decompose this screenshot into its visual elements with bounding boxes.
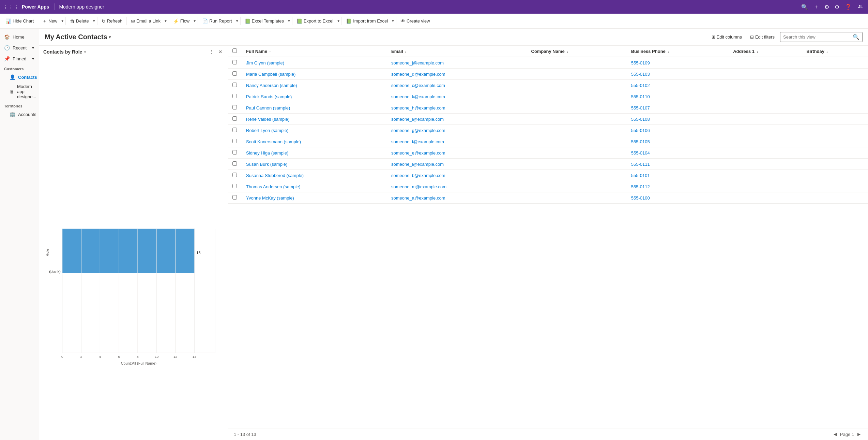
row-checkbox[interactable] [232, 94, 237, 98]
export-dropdown-arrow[interactable]: ▼ [337, 19, 340, 23]
row-checkbox-cell[interactable] [228, 102, 242, 114]
row-checkbox-cell[interactable] [228, 192, 242, 204]
business-phone-header[interactable]: Business Phone ↓ [627, 46, 729, 57]
row-name[interactable]: Maria Campbell (sample) [242, 69, 387, 80]
select-all-header[interactable] [228, 46, 242, 57]
row-checkbox[interactable] [232, 105, 237, 109]
refresh-button[interactable]: ↻ Refresh [99, 17, 125, 25]
company-name-header[interactable]: Company Name ↓ [527, 46, 627, 57]
row-email[interactable]: someone_h@example.com [387, 102, 527, 114]
row-checkbox[interactable] [232, 161, 237, 166]
user-avatar[interactable]: JL [856, 2, 865, 12]
row-checkbox[interactable] [232, 60, 237, 64]
row-name[interactable]: Patrick Sands (sample) [242, 91, 387, 102]
settings-nav-icon[interactable]: ⚙ [833, 2, 841, 12]
row-checkbox-cell[interactable] [228, 136, 242, 147]
row-name[interactable]: Nancy Anderson (sample) [242, 80, 387, 91]
row-checkbox[interactable] [232, 173, 237, 177]
row-email[interactable]: someone_l@example.com [387, 159, 527, 170]
grid-table-wrapper[interactable]: Full Name ↑ Email ↓ Company Name ↓ Busin… [228, 46, 868, 428]
row-email[interactable]: someone_m@example.com [387, 181, 527, 192]
sidebar-item-accounts[interactable]: 🏢 Accounts [0, 109, 39, 119]
flow-dropdown-arrow[interactable]: ▼ [193, 19, 196, 23]
sidebar-item-pinned[interactable]: 📌 Pinned ▼ [0, 53, 39, 64]
edit-filters-button[interactable]: ⊟ Edit filters [747, 33, 777, 41]
email-link-button[interactable]: ✉ Email a Link [128, 17, 163, 25]
email-dropdown-arrow[interactable]: ▼ [164, 19, 167, 23]
row-email[interactable]: someone_j@example.com [387, 57, 527, 69]
new-button[interactable]: ＋ New [40, 17, 60, 26]
row-checkbox-cell[interactable] [228, 80, 242, 91]
chart-close-icon[interactable]: ✕ [217, 48, 224, 55]
row-name[interactable]: Jim Glynn (sample) [242, 57, 387, 69]
row-email[interactable]: someone_a@example.com [387, 192, 527, 204]
row-email[interactable]: someone_g@example.com [387, 125, 527, 136]
row-email[interactable]: someone_e@example.com [387, 147, 527, 159]
next-page-button[interactable]: ▶ [855, 431, 863, 437]
excel-templates-button[interactable]: 📗 Excel Templates [242, 17, 287, 25]
row-email[interactable]: someone_d@example.com [387, 69, 527, 80]
filter-nav-icon[interactable]: ⚙ [823, 2, 831, 12]
create-view-button[interactable]: 👁 Create view [398, 17, 433, 25]
hide-chart-button[interactable]: 📊 Hide Chart [3, 17, 36, 25]
help-nav-icon[interactable]: ❓ [843, 2, 853, 12]
row-email[interactable]: someone_f@example.com [387, 136, 527, 147]
export-excel-button[interactable]: 📗 Export to Excel [294, 17, 336, 25]
grid-menu-icon[interactable]: ⋮⋮⋮ [3, 4, 19, 10]
row-checkbox-cell[interactable] [228, 57, 242, 69]
run-report-button[interactable]: 📄 Run Report [199, 17, 234, 25]
delete-dropdown-arrow[interactable]: ▼ [92, 19, 96, 23]
row-checkbox[interactable] [232, 116, 237, 121]
row-email[interactable]: someone_c@example.com [387, 80, 527, 91]
row-checkbox-cell[interactable] [228, 147, 242, 159]
row-email[interactable]: someone_i@example.com [387, 114, 527, 125]
new-dropdown-arrow[interactable]: ▼ [61, 19, 64, 23]
sidebar-item-recent[interactable]: 🕐 Recent ▼ [0, 42, 39, 53]
row-name[interactable]: Paul Cannon (sample) [242, 102, 387, 114]
row-name[interactable]: Sidney Higa (sample) [242, 147, 387, 159]
row-email[interactable]: someone_k@example.com [387, 91, 527, 102]
full-name-header[interactable]: Full Name ↑ [242, 46, 387, 57]
chart-more-options-icon[interactable]: ⋮ [208, 48, 215, 55]
search-nav-icon[interactable]: 🔍 [800, 2, 809, 12]
row-checkbox-cell[interactable] [228, 181, 242, 192]
search-input[interactable] [783, 34, 851, 40]
edit-columns-button[interactable]: ⊞ Edit columns [709, 33, 745, 41]
row-email[interactable]: someone_b@example.com [387, 170, 527, 181]
birthday-header[interactable]: Birthday ↓ [802, 46, 868, 57]
select-all-checkbox[interactable] [232, 48, 237, 53]
row-name[interactable]: Yvonne McKay (sample) [242, 192, 387, 204]
sidebar-item-contacts[interactable]: 👤 Contacts [0, 72, 39, 82]
import-dropdown-arrow[interactable]: ▼ [391, 19, 395, 23]
row-checkbox[interactable] [232, 128, 237, 132]
row-checkbox-cell[interactable] [228, 114, 242, 125]
row-checkbox-cell[interactable] [228, 69, 242, 80]
chart-title-arrow[interactable]: ▾ [84, 50, 86, 54]
row-name[interactable]: Scott Konersmann (sample) [242, 136, 387, 147]
prev-page-button[interactable]: ◀ [832, 431, 839, 437]
row-checkbox[interactable] [232, 83, 237, 87]
run-report-dropdown-arrow[interactable]: ▼ [235, 19, 239, 23]
sidebar-item-home[interactable]: 🏠 Home [0, 31, 39, 42]
email-header[interactable]: Email ↓ [387, 46, 527, 57]
row-checkbox-cell[interactable] [228, 159, 242, 170]
row-name[interactable]: Susan Burk (sample) [242, 159, 387, 170]
row-checkbox[interactable] [232, 139, 237, 143]
row-checkbox[interactable] [232, 150, 237, 155]
excel-templates-dropdown-arrow[interactable]: ▼ [287, 19, 291, 23]
row-checkbox[interactable] [232, 195, 237, 200]
row-name[interactable]: Thomas Andersen (sample) [242, 181, 387, 192]
row-name[interactable]: Robert Lyon (sample) [242, 125, 387, 136]
row-name[interactable]: Rene Valdes (sample) [242, 114, 387, 125]
row-checkbox-cell[interactable] [228, 125, 242, 136]
sidebar-item-modern-app[interactable]: 🖥 Modern app designe... [0, 82, 39, 101]
add-nav-icon[interactable]: ＋ [812, 2, 820, 12]
row-checkbox-cell[interactable] [228, 170, 242, 181]
row-name[interactable]: Susanna Stubberod (sample) [242, 170, 387, 181]
delete-button[interactable]: 🗑 Delete [67, 17, 92, 25]
view-title[interactable]: My Active Contacts ▾ [45, 33, 111, 41]
import-excel-button[interactable]: 📗 Import from Excel [343, 17, 391, 25]
flow-button[interactable]: ⚡ Flow [170, 17, 192, 25]
row-checkbox[interactable] [232, 184, 237, 188]
row-checkbox[interactable] [232, 71, 237, 76]
